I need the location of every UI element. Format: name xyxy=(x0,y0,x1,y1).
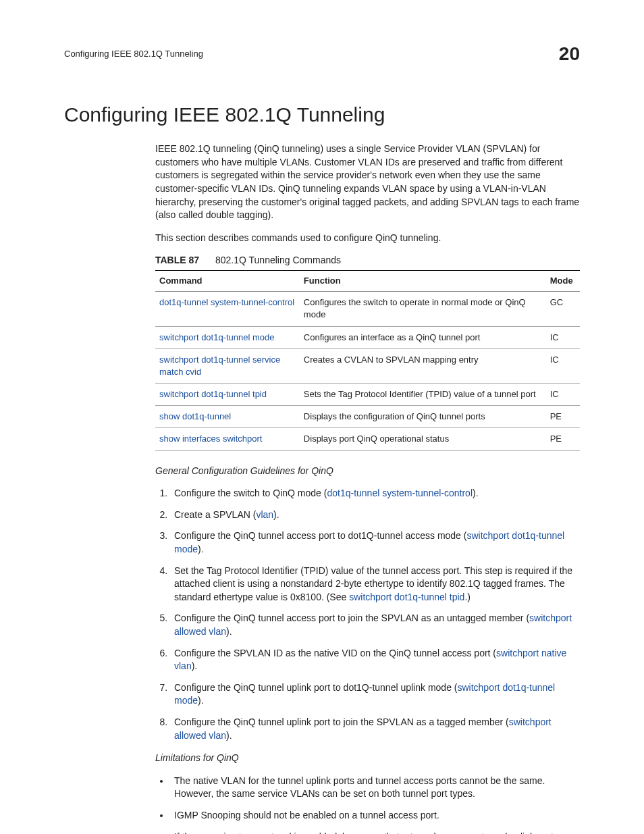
table-row: switchport dot1q-tunnel service match cv… xyxy=(155,348,580,383)
list-item: Configure the QinQ tunnel access port to… xyxy=(170,612,580,638)
intro-paragraph-2: This section describes commands used to … xyxy=(155,232,580,245)
command-link[interactable]: dot1q-tunnel system-tunnel-control xyxy=(155,292,300,326)
table-row: switchport dot1q-tunnel modeConfigures a… xyxy=(155,326,580,348)
command-link[interactable]: switchport dot1q-tunnel tpid xyxy=(155,384,300,406)
function-cell: Creates a CVLAN to SPVLAN mapping entry xyxy=(300,348,546,383)
list-item: IGMP Snooping should not be enabled on a… xyxy=(170,809,580,823)
function-cell: Displays port QinQ operational status xyxy=(300,428,546,450)
col-mode: Mode xyxy=(546,270,580,291)
function-cell: Configures an interface as a QinQ tunnel… xyxy=(300,326,546,348)
table-row: show interfaces switchportDisplays port … xyxy=(155,428,580,450)
step-link[interactable]: vlan xyxy=(256,509,273,520)
command-link[interactable]: switchport dot1q-tunnel mode xyxy=(155,326,300,348)
step-text: Configure the QinQ tunnel uplink port to… xyxy=(174,716,509,727)
mode-cell: GC xyxy=(546,292,580,326)
chapter-number: 20 xyxy=(559,41,580,67)
function-cell: Displays the configuration of QinQ tunne… xyxy=(300,406,546,428)
step-text-tail: ). xyxy=(198,695,204,706)
function-cell: Configures the switch to operate in norm… xyxy=(300,292,546,326)
list-item: Configure the QinQ tunnel uplink port to… xyxy=(170,681,580,708)
table-row: show dot1q-tunnelDisplays the configurat… xyxy=(155,406,580,428)
table-row: dot1q-tunnel system-tunnel-controlConfig… xyxy=(155,292,580,326)
table-label: TABLE 87 xyxy=(155,255,199,265)
command-link[interactable]: show dot1q-tunnel xyxy=(155,406,300,428)
command-link[interactable]: switchport dot1q-tunnel service match cv… xyxy=(155,348,300,383)
list-item: Configure the QinQ tunnel uplink port to… xyxy=(170,716,580,742)
step-text: Configure the QinQ tunnel access port to… xyxy=(174,613,529,623)
limitations-list: The native VLAN for the tunnel uplink po… xyxy=(155,775,580,834)
step-text-tail: ). xyxy=(473,488,479,498)
col-function: Function xyxy=(300,270,546,291)
steps-list: Configure the switch to QinQ mode (dot1q… xyxy=(155,487,580,742)
list-item: If the spanning tree protocol is enabled… xyxy=(170,831,580,835)
step-link[interactable]: dot1q-tunnel system-tunnel-control xyxy=(327,488,473,498)
step-text-tail: .) xyxy=(464,592,471,602)
step-text: Configure the switch to QinQ mode ( xyxy=(174,488,327,498)
list-item: Configure the QinQ tunnel access port to… xyxy=(170,529,580,556)
mode-cell: IC xyxy=(546,348,580,383)
step-text: Configure the SPVLAN ID as the native VI… xyxy=(174,648,496,658)
page-header: Configuring IEEE 802.1Q Tunneling 20 xyxy=(64,41,580,67)
mode-cell: PE xyxy=(546,406,580,428)
list-item: Configure the SPVLAN ID as the native VI… xyxy=(170,647,580,673)
step-text-tail: ). xyxy=(192,660,198,671)
step-text: Create a SPVLAN ( xyxy=(174,509,256,520)
list-item: The native VLAN for the tunnel uplink po… xyxy=(170,775,580,801)
intro-paragraph-1: IEEE 802.1Q tunneling (QinQ tunneling) u… xyxy=(155,142,580,222)
limitations-heading: Limitations for QinQ xyxy=(155,752,580,765)
mode-cell: IC xyxy=(546,384,580,406)
table-caption: TABLE 87 802.1Q Tunneling Commands xyxy=(155,254,580,267)
step-text-tail: ). xyxy=(226,626,232,637)
running-title: Configuring IEEE 802.1Q Tunneling xyxy=(64,48,203,60)
page-title: Configuring IEEE 802.1Q Tunneling xyxy=(64,101,580,129)
function-cell: Sets the Tag Protocol Identifier (TPID) … xyxy=(300,384,546,406)
step-text-tail: ). xyxy=(198,544,204,554)
list-item: Configure the switch to QinQ mode (dot1q… xyxy=(170,487,580,500)
commands-table: Command Function Mode dot1q-tunnel syste… xyxy=(155,270,580,451)
table-caption-text: 802.1Q Tunneling Commands xyxy=(215,255,341,265)
list-item: Set the Tag Protocol Identifier (TPID) v… xyxy=(170,565,580,604)
table-row: switchport dot1q-tunnel tpidSets the Tag… xyxy=(155,384,580,406)
command-link[interactable]: show interfaces switchport xyxy=(155,428,300,450)
col-command: Command xyxy=(155,270,300,291)
step-text: Configure the QinQ tunnel access port to… xyxy=(174,530,466,541)
guidelines-heading: General Configuration Guidelines for Qin… xyxy=(155,465,580,478)
step-text-tail: ). xyxy=(273,509,279,520)
list-item: Create a SPVLAN (vlan). xyxy=(170,509,580,522)
step-text-tail: ). xyxy=(226,730,232,741)
mode-cell: IC xyxy=(546,326,580,348)
step-link[interactable]: switchport dot1q-tunnel tpid xyxy=(349,592,464,602)
step-text: Configure the QinQ tunnel uplink port to… xyxy=(174,682,457,693)
mode-cell: PE xyxy=(546,428,580,450)
